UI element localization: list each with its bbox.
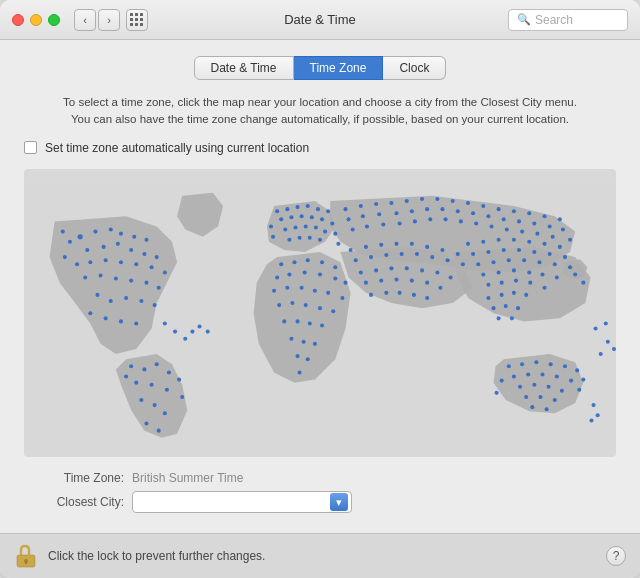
maximize-button[interactable]: [48, 14, 60, 26]
svg-point-37: [134, 321, 138, 325]
svg-point-226: [504, 304, 508, 308]
svg-point-149: [489, 224, 493, 228]
svg-point-219: [528, 280, 532, 284]
svg-point-133: [471, 211, 475, 215]
svg-point-242: [569, 378, 573, 382]
svg-point-4: [119, 231, 123, 235]
svg-point-135: [502, 217, 506, 221]
svg-point-84: [287, 272, 291, 276]
svg-point-48: [144, 421, 148, 425]
svg-point-148: [474, 221, 478, 225]
svg-point-74: [271, 234, 275, 238]
svg-point-225: [491, 306, 495, 310]
svg-point-179: [379, 278, 383, 282]
auto-timezone-label: Set time zone automatically using curren…: [45, 141, 309, 155]
description-line2: You can also have the time zone change a…: [24, 111, 616, 128]
svg-point-234: [534, 360, 538, 364]
svg-point-140: [351, 227, 355, 231]
svg-point-108: [306, 357, 310, 361]
svg-point-41: [167, 370, 171, 374]
close-button[interactable]: [12, 14, 24, 26]
forward-button[interactable]: ›: [98, 9, 120, 31]
svg-point-161: [440, 247, 444, 251]
svg-point-118: [466, 200, 470, 204]
world-map[interactable]: [24, 169, 616, 458]
svg-point-212: [512, 268, 516, 272]
svg-point-221: [486, 295, 490, 299]
svg-point-175: [420, 268, 424, 272]
help-button[interactable]: ?: [606, 546, 626, 566]
minimize-button[interactable]: [30, 14, 42, 26]
svg-point-139: [561, 227, 565, 231]
svg-point-142: [381, 222, 385, 226]
svg-point-255: [495, 390, 499, 394]
search-placeholder: Search: [535, 13, 573, 27]
svg-point-57: [316, 207, 320, 211]
tab-time-zone[interactable]: Time Zone: [294, 56, 384, 80]
svg-point-192: [512, 237, 516, 241]
svg-point-81: [320, 260, 324, 264]
traffic-lights: [12, 14, 60, 26]
svg-point-204: [491, 260, 495, 264]
tab-date-time[interactable]: Date & Time: [194, 56, 294, 80]
svg-point-256: [592, 403, 596, 407]
svg-point-160: [425, 244, 429, 248]
svg-point-267: [190, 329, 194, 333]
svg-point-83: [275, 275, 279, 279]
svg-point-38: [129, 364, 133, 368]
svg-point-42: [134, 380, 138, 384]
svg-point-76: [333, 231, 337, 235]
svg-point-115: [420, 196, 424, 200]
grid-button[interactable]: [126, 9, 148, 31]
svg-point-16: [119, 260, 123, 264]
svg-point-203: [476, 262, 480, 266]
svg-point-91: [300, 285, 304, 289]
search-box[interactable]: 🔍 Search: [508, 9, 628, 31]
svg-point-123: [543, 214, 547, 218]
back-button[interactable]: ‹: [74, 9, 96, 31]
svg-point-173: [389, 266, 393, 270]
timezone-label: Time Zone:: [24, 471, 124, 485]
svg-point-111: [359, 204, 363, 208]
svg-point-150: [505, 227, 509, 231]
svg-point-107: [296, 354, 300, 358]
svg-point-32: [139, 298, 143, 302]
auto-timezone-checkbox[interactable]: [24, 141, 37, 154]
auto-timezone-row[interactable]: Set time zone automatically using curren…: [24, 141, 616, 155]
svg-point-210: [481, 272, 485, 276]
svg-point-263: [604, 321, 608, 325]
svg-point-165: [384, 253, 388, 257]
svg-point-236: [563, 364, 567, 368]
svg-point-39: [142, 367, 146, 371]
tab-clock[interactable]: Clock: [383, 56, 446, 80]
svg-point-96: [290, 301, 294, 305]
svg-point-247: [524, 394, 528, 398]
svg-point-12: [155, 255, 159, 259]
svg-point-43: [150, 382, 154, 386]
svg-point-25: [157, 285, 161, 289]
svg-point-102: [308, 321, 312, 325]
svg-point-77: [336, 241, 340, 245]
svg-point-99: [331, 309, 335, 313]
svg-point-125: [347, 217, 351, 221]
lock-button[interactable]: [14, 542, 38, 570]
svg-point-20: [83, 275, 87, 279]
svg-point-170: [461, 262, 465, 266]
svg-point-180: [395, 277, 399, 281]
svg-point-51: [177, 377, 181, 381]
lock-text: Click the lock to prevent further change…: [48, 549, 596, 563]
svg-point-215: [555, 275, 559, 279]
svg-point-153: [551, 234, 555, 238]
svg-point-253: [581, 377, 585, 381]
svg-point-80: [306, 258, 310, 262]
city-input[interactable]: [132, 491, 352, 513]
bottom-bar: Click the lock to prevent further change…: [0, 533, 640, 578]
svg-point-15: [104, 258, 108, 262]
svg-point-30: [109, 298, 113, 302]
svg-point-182: [425, 280, 429, 284]
svg-point-120: [497, 207, 501, 211]
svg-point-67: [314, 225, 318, 229]
svg-point-162: [456, 252, 460, 256]
svg-point-266: [183, 336, 187, 340]
svg-point-136: [517, 219, 521, 223]
